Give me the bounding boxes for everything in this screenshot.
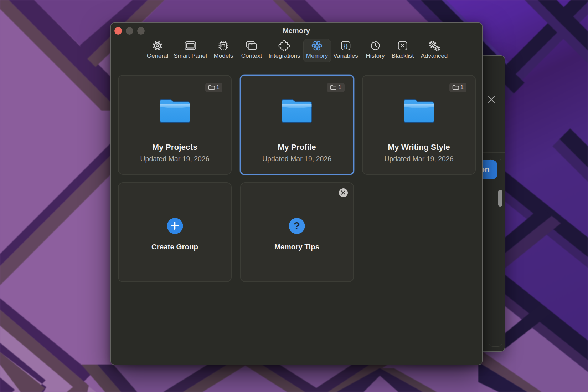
- svg-text:{}: {}: [344, 43, 348, 49]
